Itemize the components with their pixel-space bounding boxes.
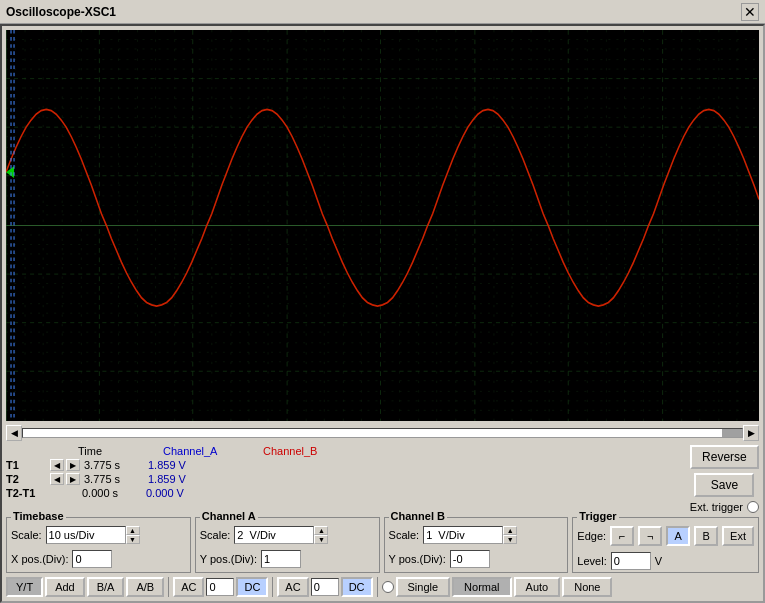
channel-a-ac-button[interactable]: AC [173,577,204,597]
channel-b-scale-label: Scale: [389,529,420,541]
channel-a-scale-input[interactable] [234,526,314,544]
timebase-scale-label: Scale: [11,529,42,541]
trigger-source-b[interactable]: B [694,526,718,546]
trigger-edge-label: Edge: [577,530,606,542]
channel-a-scale-row: Scale: ▲ ▼ [200,526,375,544]
channel-a-ypos-row: Y pos.(Div): [200,550,375,568]
channel-a-scale-up[interactable]: ▲ [314,526,328,535]
channel-b-dc-button[interactable]: DC [341,577,373,597]
t1-left-button[interactable]: ◀ [50,459,64,471]
yt-button[interactable]: Y/T [6,577,43,597]
divider-2 [272,577,273,597]
trigger-auto-button[interactable]: Auto [514,577,561,597]
timebase-scale-row: Scale: ▲ ▼ [11,526,186,544]
right-buttons: Reverse Save Ext. trigger [690,445,759,513]
scroll-left-button[interactable]: ◀ [6,425,22,441]
trigger-level-unit: V [655,555,662,567]
trigger-group: Trigger Edge: ⌐ ¬ A B Ext Level: V [572,517,759,573]
title-bar: Oscilloscope-XSC1 ✕ [0,0,765,24]
timebase-xpos-input[interactable] [72,550,112,568]
channel-b-ypos-label: Y pos.(Div): [389,553,446,565]
t2t1-time: 0.000 s [82,487,142,499]
reverse-button[interactable]: Reverse [690,445,759,469]
bottom-buttons-row: Y/T Add B/A A/B AC DC AC DC Single Norma… [6,577,759,597]
trigger-edge-falling[interactable]: ¬ [638,526,662,546]
t2-right-button[interactable]: ▶ [66,473,80,485]
channel-b-header: Channel_B [263,445,363,457]
t2-row: T2 ◀ ▶ 3.775 s 1.859 V [6,473,682,485]
channel-b-scale-up[interactable]: ▲ [503,526,517,535]
window-body: ◀ ▶ Time Channel_A Channel_B T1 [0,24,765,603]
channel-a-scale-spinner: ▲ ▼ [234,526,328,544]
channel-a-dc-button[interactable]: DC [236,577,268,597]
channel-a-scale-spin-buttons: ▲ ▼ [314,526,328,544]
channel-b-group: Channel B Scale: ▲ ▼ Y pos.(Div): [384,517,569,573]
t2t1-label: T2-T1 [6,487,46,499]
timebase-scale-down[interactable]: ▼ [126,535,140,544]
channel-a-header: Channel_A [163,445,263,457]
t2t1-channel-a: 0.000 V [146,487,226,499]
scrollbar[interactable]: ◀ ▶ [6,425,759,441]
channel-a-ypos-input[interactable] [261,550,301,568]
trigger-title: Trigger [577,510,618,522]
channel-b-scale-row: Scale: ▲ ▼ [389,526,564,544]
t1-channel-a: 1.859 V [148,459,228,471]
scroll-right-button[interactable]: ▶ [743,425,759,441]
timebase-scale-input[interactable] [46,526,126,544]
t1-label: T1 [6,459,46,471]
measurement-table: Time Channel_A Channel_B T1 ◀ ▶ 3.775 s … [6,445,682,499]
channel-b-title: Channel B [389,510,447,522]
ba-button[interactable]: B/A [87,577,125,597]
channel-b-ac-button[interactable]: AC [277,577,308,597]
timebase-xpos-row: X pos.(Div): [11,550,186,568]
t1-right-button[interactable]: ▶ [66,459,80,471]
channel-b-scale-input[interactable] [423,526,503,544]
channel-a-group: Channel A Scale: ▲ ▼ Y pos.(Div): [195,517,380,573]
scrollbar-track[interactable] [22,428,743,438]
ab-button[interactable]: A/B [126,577,164,597]
timebase-xpos-label: X pos.(Div): [11,553,68,565]
channel-b-ypos-input[interactable] [450,550,490,568]
timebase-scale-up[interactable]: ▲ [126,526,140,535]
channel-a-scale-label: Scale: [200,529,231,541]
channel-b-dc-value[interactable] [311,578,339,596]
trigger-single-button[interactable]: Single [396,577,451,597]
scrollbar-thumb[interactable] [722,429,742,437]
channel-b-ypos-row: Y pos.(Div): [389,550,564,568]
divider-3 [377,577,378,597]
channel-b-scale-spin-buttons: ▲ ▼ [503,526,517,544]
timebase-title: Timebase [11,510,66,522]
t2-left-button[interactable]: ◀ [50,473,64,485]
ext-trigger-radio[interactable] [747,501,759,513]
measurement-headers: Time Channel_A Channel_B [6,445,682,457]
channel-a-dc-value[interactable] [206,578,234,596]
save-button[interactable]: Save [694,473,754,497]
t2t1-row: T2-T1 0.000 s 0.000 V [6,487,682,499]
trigger-edge-row: Edge: ⌐ ¬ A B Ext [577,526,754,546]
ext-trigger-row: Ext. trigger [690,501,759,513]
t2-time: 3.775 s [84,473,144,485]
channel-b-scale-down[interactable]: ▼ [503,535,517,544]
channel-a-ypos-label: Y pos.(Div): [200,553,257,565]
scope-screen [6,30,759,421]
trigger-normal-button[interactable]: Normal [452,577,511,597]
channel-a-title: Channel A [200,510,258,522]
trigger-source-a[interactable]: A [666,526,690,546]
window-title: Oscilloscope-XSC1 [6,5,116,19]
timebase-scale-spinner: ▲ ▼ [46,526,140,544]
t1-row: T1 ◀ ▶ 3.775 s 1.859 V [6,459,682,471]
trigger-mode-radio[interactable] [382,581,394,593]
add-button[interactable]: Add [45,577,85,597]
close-button[interactable]: ✕ [741,3,759,21]
timebase-scale-spin-buttons: ▲ ▼ [126,526,140,544]
time-header: Time [78,445,163,457]
ext-trigger-label: Ext. trigger [690,501,743,513]
channel-a-scale-down[interactable]: ▼ [314,535,328,544]
t2-channel-a: 1.859 V [148,473,228,485]
trigger-level-label: Level: [577,555,606,567]
t2-label: T2 [6,473,46,485]
trigger-source-ext[interactable]: Ext [722,526,754,546]
trigger-level-input[interactable] [611,552,651,570]
trigger-edge-rising[interactable]: ⌐ [610,526,634,546]
trigger-none-button[interactable]: None [562,577,612,597]
